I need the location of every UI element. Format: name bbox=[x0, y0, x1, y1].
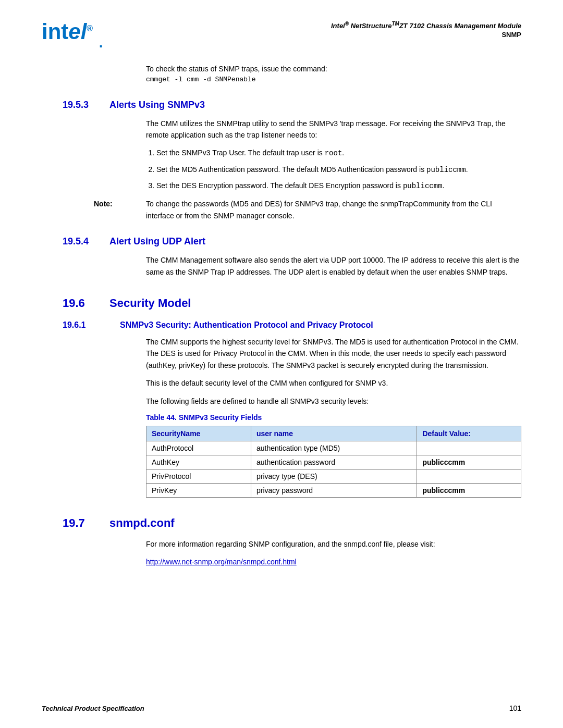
intro-line1: To check the status of SNMP traps, issue… bbox=[146, 64, 521, 75]
section-19-5-4-num: 19.5.4 bbox=[63, 236, 109, 247]
table-header-securityname: SecurityName bbox=[146, 426, 251, 441]
table-header-row: SecurityName user name Default Value: bbox=[146, 426, 521, 441]
section-19-6-num: 19.6 bbox=[63, 297, 109, 310]
note-label: Note: bbox=[94, 198, 146, 221]
section-19-7-title: snmpd.conf bbox=[109, 516, 175, 530]
table-cell-authkey: AuthKey bbox=[146, 455, 251, 469]
table-cell-privprotocol-default bbox=[417, 469, 521, 483]
section-19-6-heading: 19.6 Security Model bbox=[42, 297, 521, 310]
table-cell-authprotocol: AuthProtocol bbox=[146, 441, 251, 455]
section-19-5-3-heading: 19.5.3 Alerts Using SNMPv3 bbox=[42, 100, 521, 110]
table-row: PrivProtocol privacy type (DES) bbox=[146, 469, 521, 483]
footer-left-text: Technical Product Specification bbox=[42, 705, 144, 712]
table-cell-authprotocol-default bbox=[417, 441, 521, 455]
section-19-5-3-num: 19.5.3 bbox=[63, 100, 109, 110]
section-19-6-title: Security Model bbox=[109, 297, 191, 310]
intro-block: To check the status of SNMP traps, issue… bbox=[146, 64, 521, 85]
section-19-5-4-title: Alert Using UDP Alert bbox=[109, 236, 205, 247]
table-cell-authkey-desc: authentication password bbox=[251, 455, 417, 469]
table-cell-privprotocol: PrivProtocol bbox=[146, 469, 251, 483]
table-cell-authprotocol-desc: authentication type (MD5) bbox=[251, 441, 417, 455]
section-19-6-1-num: 19.6.1 bbox=[63, 320, 120, 330]
intro-line2: cmmget -l cmm -d SNMPenable bbox=[146, 75, 521, 85]
section-19-6-1-heading: 19.6.1 SNMPv3 Security: Authentication P… bbox=[42, 320, 521, 330]
section-19-6-1-body3: The following fields are defined to hand… bbox=[146, 396, 521, 407]
section-19-6-1-title: SNMPv3 Security: Authentication Protocol… bbox=[120, 320, 373, 330]
section-19-6-1-body2: This is the default security level of th… bbox=[146, 377, 521, 389]
snmpv3-security-table: SecurityName user name Default Value: Au… bbox=[146, 426, 521, 498]
table-row: AuthProtocol authentication type (MD5) bbox=[146, 441, 521, 455]
section-19-5-4-body: The CMM Management software also sends t… bbox=[146, 254, 521, 278]
table-header-username: user name bbox=[251, 426, 417, 441]
logo-text: intel® bbox=[42, 19, 93, 44]
intel-logo: intel® . bbox=[42, 21, 103, 43]
section-19-7-body: For more information regarding SNMP conf… bbox=[146, 538, 521, 550]
list-item-3: Set the DES Encryption password. The def… bbox=[156, 180, 521, 192]
table-header-defaultvalue: Default Value: bbox=[417, 426, 521, 441]
table-cell-authkey-default: publicccmm bbox=[417, 455, 521, 469]
page: intel® . Intel® NetStructureTMZT 7102 Ch… bbox=[0, 0, 563, 728]
doc-title: Intel® NetStructureTMZT 7102 Chassis Man… bbox=[331, 21, 521, 30]
section-19-5-3-body: The CMM utilizes the SNMPtrap utility to… bbox=[146, 118, 521, 141]
section-19-5-4-heading: 19.5.4 Alert Using UDP Alert bbox=[42, 236, 521, 247]
page-footer: Technical Product Specification 101 bbox=[42, 704, 521, 712]
table-cell-privkey: PrivKey bbox=[146, 483, 251, 497]
note-block: Note: To change the passwords (MD5 and D… bbox=[94, 198, 521, 221]
section-label: SNMP bbox=[331, 31, 521, 39]
page-number: 101 bbox=[509, 704, 521, 712]
table-cell-privkey-default: publicccmm bbox=[417, 483, 521, 497]
section-19-5-3-title: Alerts Using SNMPv3 bbox=[109, 100, 205, 110]
list-item-2: Set the MD5 Authentication password. The… bbox=[156, 164, 521, 176]
note-content: To change the passwords (MD5 and DES) fo… bbox=[146, 198, 521, 221]
snmpd-conf-link[interactable]: http://www.net-snmp.org/man/snmpd.conf.h… bbox=[146, 558, 297, 566]
table-cell-privprotocol-desc: privacy type (DES) bbox=[251, 469, 417, 483]
section-19-7-heading: 19.7 snmpd.conf bbox=[42, 516, 521, 530]
table-caption: Table 44. SNMPv3 Security Fields bbox=[146, 413, 521, 422]
section-19-7-num: 19.7 bbox=[63, 516, 109, 530]
section-19-7-link: http://www.net-snmp.org/man/snmpd.conf.h… bbox=[146, 556, 521, 567]
list-item-1: Set the SNMPv3 Trap User. The default tr… bbox=[156, 147, 521, 159]
section-19-6-1-body1: The CMM supports the highest security le… bbox=[146, 336, 521, 371]
table-row: AuthKey authentication password publiccc… bbox=[146, 455, 521, 469]
page-header: intel® . Intel® NetStructureTMZT 7102 Ch… bbox=[42, 21, 521, 48]
table-cell-privkey-desc: privacy password bbox=[251, 483, 417, 497]
table-row: PrivKey privacy password publicccmm bbox=[146, 483, 521, 497]
header-right: Intel® NetStructureTMZT 7102 Chassis Man… bbox=[331, 21, 521, 39]
section-19-5-3-list: Set the SNMPv3 Trap User. The default tr… bbox=[156, 147, 521, 192]
